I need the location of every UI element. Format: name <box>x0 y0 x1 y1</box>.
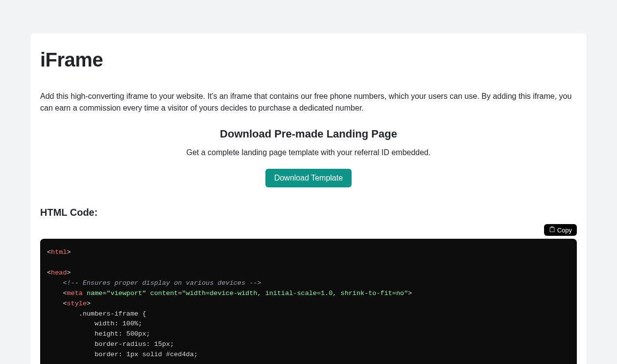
page-title: iFrame <box>40 49 577 71</box>
copy-button[interactable]: Copy <box>544 224 577 236</box>
copy-button-label: Copy <box>557 227 572 234</box>
download-heading: Download Pre-made Landing Page <box>40 128 577 140</box>
html-code-label: HTML Code: <box>40 207 577 218</box>
clipboard-icon <box>549 226 555 234</box>
intro-text: Add this high-converting iframe to your … <box>40 91 577 114</box>
iframe-card: iFrame Add this high-converting iframe t… <box>30 33 587 364</box>
code-block: <html> <head> <!-- Ensures proper displa… <box>40 239 577 364</box>
download-section: Download Pre-made Landing Page Get a com… <box>40 128 577 187</box>
download-description: Get a complete landing page template wit… <box>40 148 577 157</box>
download-template-button[interactable]: Download Template <box>265 169 352 187</box>
